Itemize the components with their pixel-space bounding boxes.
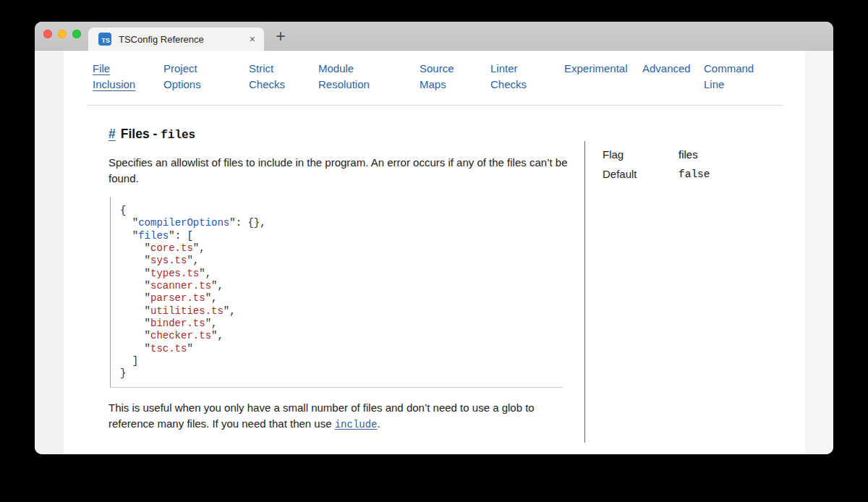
- heading-anchor-link[interactable]: #: [109, 127, 116, 141]
- nav-item-strict-checks[interactable]: Strict Checks: [249, 61, 318, 93]
- nav-item-project-options[interactable]: Project Options: [163, 61, 249, 93]
- code-line: "binder.ts",: [120, 318, 563, 330]
- outro-paragraph: This is useful when you only have a smal…: [109, 400, 579, 433]
- browser-tab[interactable]: TS TSConfig Reference ×: [88, 27, 264, 51]
- nav-item-advanced[interactable]: Advanced: [642, 61, 704, 93]
- nav-item-command-line[interactable]: Command Line: [704, 61, 754, 93]
- nav-item-linter-checks[interactable]: Linter Checks: [490, 61, 564, 93]
- code-line: "files": [: [120, 230, 563, 242]
- info-panel-divider: [584, 141, 585, 443]
- code-line: ]: [120, 355, 563, 367]
- outro-text-after: .: [378, 417, 380, 430]
- outro-text-before: This is useful when you only have a smal…: [109, 401, 535, 430]
- nav-item-module-resolution[interactable]: Module Resolution: [318, 61, 420, 93]
- doc-nav: File InclusionProject OptionsStrict Chec…: [93, 61, 754, 93]
- minimize-window-button[interactable]: [58, 30, 67, 38]
- new-tab-button[interactable]: +: [268, 25, 294, 48]
- browser-window: TS TSConfig Reference × + File Inclusion…: [35, 22, 833, 454]
- close-window-button[interactable]: [43, 30, 52, 38]
- info-value: false: [678, 167, 710, 182]
- code-line: "core.ts",: [120, 242, 563, 255]
- code-block: { "compilerOptions": {}, "files": [ "cor…: [110, 197, 563, 388]
- zoom-window-button[interactable]: [72, 30, 81, 38]
- code-line: }: [120, 367, 563, 380]
- code-line: {: [120, 205, 563, 217]
- code-line: "utilities.ts",: [120, 305, 563, 318]
- code-line: "sys.ts",: [120, 255, 563, 267]
- intro-paragraph: Specifies an allowlist of files to inclu…: [109, 155, 577, 186]
- page-left-gutter: [35, 51, 64, 454]
- info-value: files: [678, 148, 698, 162]
- nav-item-file-inclusion[interactable]: File Inclusion: [93, 61, 163, 93]
- info-row-flag: Flagfiles: [603, 148, 805, 162]
- code-line: "tsc.ts": [120, 343, 563, 355]
- info-label: Flag: [603, 148, 678, 162]
- tab-bar: TS TSConfig Reference × +: [35, 22, 833, 51]
- nav-item-source-maps[interactable]: Source Maps: [420, 61, 490, 93]
- info-panel: FlagfilesDefaultfalse: [603, 148, 805, 187]
- code-line: "compilerOptions": {},: [120, 217, 563, 229]
- info-label: Default: [603, 167, 678, 182]
- typescript-logo-icon: TS: [98, 33, 111, 46]
- nav-item-experimental[interactable]: Experimental: [564, 61, 642, 93]
- code-line: "scanner.ts",: [120, 280, 563, 292]
- tab-close-icon[interactable]: ×: [250, 33, 255, 45]
- code-line: "checker.ts",: [120, 330, 563, 342]
- info-row-default: Defaultfalse: [603, 167, 805, 182]
- page-right-gutter: [805, 51, 833, 454]
- tab-title: TSConfig Reference: [119, 34, 204, 45]
- page-title-code: files: [161, 129, 195, 142]
- code-line: "parser.ts",: [120, 292, 563, 305]
- nav-divider: [87, 105, 783, 106]
- traffic-lights: [43, 30, 81, 38]
- include-link[interactable]: include: [335, 419, 378, 430]
- code-line: "types.ts",: [120, 268, 563, 280]
- page-title-text: Files -: [121, 127, 161, 141]
- page-title: #Files - files: [109, 127, 195, 142]
